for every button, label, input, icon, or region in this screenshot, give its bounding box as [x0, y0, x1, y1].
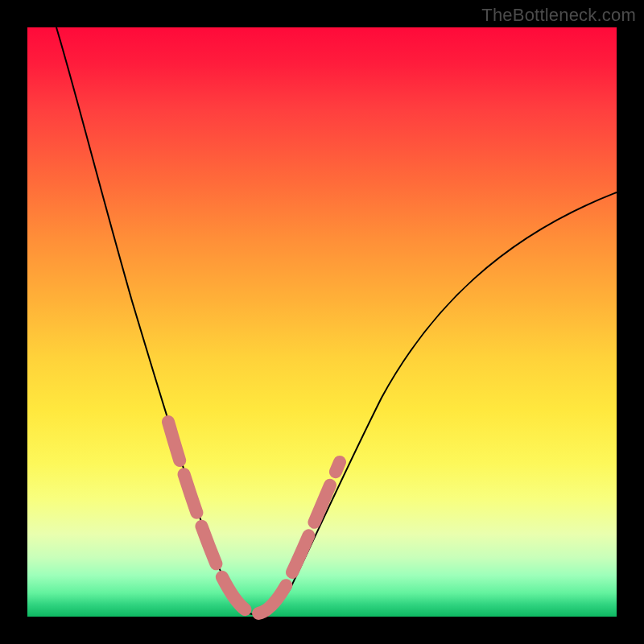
bottleneck-curve	[56, 27, 617, 614]
watermark-text: TheBottleneck.com	[481, 5, 636, 26]
outer-frame: TheBottleneck.com	[0, 0, 644, 644]
chart-svg	[27, 27, 617, 617]
plot-area	[27, 27, 617, 617]
highlight-beads	[168, 422, 340, 613]
